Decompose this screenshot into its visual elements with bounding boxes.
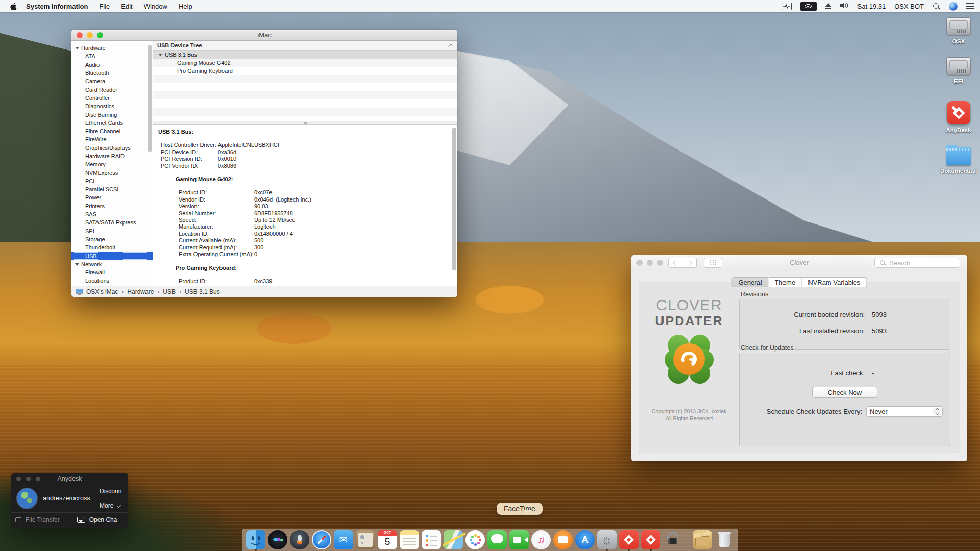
dock-icon[interactable] [685, 529, 690, 549]
desktop-icon-anydesk[interactable]: AnyDesk [939, 101, 978, 133]
breadcrumb-item[interactable]: OSX's iMac [86, 288, 118, 295]
tree-row-gaming-keyboard[interactable]: Pro Gaming Keyboard [153, 67, 457, 75]
close-button[interactable] [16, 477, 21, 481]
menu-file[interactable]: File [99, 3, 110, 10]
apple-menu-icon[interactable] [10, 3, 17, 10]
forward-button[interactable] [682, 258, 697, 268]
tab-general[interactable]: General [731, 277, 768, 287]
dock-icon[interactable] [509, 530, 529, 549]
sidebar-item[interactable]: Graphics/Displays [71, 144, 153, 152]
sidebar-item[interactable]: SPI [71, 227, 153, 235]
window-title-bar[interactable]: iMac [71, 30, 457, 41]
sidebar-item[interactable]: FireWire [71, 135, 153, 143]
check-now-button[interactable]: Check Now [812, 387, 877, 398]
tree-row-gaming-mouse[interactable]: Gaming Mouse G402 [153, 59, 457, 67]
sidebar-item[interactable]: Camera [71, 77, 153, 85]
desktop-icon-efi[interactable]: EFI [939, 57, 978, 84]
menu-bar-user[interactable]: OSX BOT [894, 3, 924, 10]
sidebar-item[interactable]: Power [71, 193, 153, 202]
sidebar-item[interactable]: Thunderbolt [71, 243, 153, 252]
dock-icon[interactable] [290, 530, 309, 549]
zoom-button[interactable] [36, 477, 40, 481]
dock-icon[interactable] [575, 530, 595, 549]
sidebar-item[interactable]: Parallel SCSI [71, 185, 153, 193]
breadcrumb-item[interactable]: USB 3.1 Bus [176, 288, 220, 295]
sidebar-item[interactable]: Hardware RAID [71, 152, 153, 160]
sidebar-item[interactable]: Firewall [71, 268, 153, 277]
dock-icon[interactable] [444, 530, 463, 549]
dock-icon[interactable] [641, 530, 660, 549]
sidebar-item[interactable]: Hardware [71, 44, 153, 52]
sidebar-item[interactable]: Diagnostics [71, 102, 153, 110]
open-chat-button[interactable]: Open Cha [89, 516, 117, 523]
dock-icon[interactable] [334, 530, 353, 549]
minimize-button[interactable] [87, 32, 93, 38]
notification-center-icon[interactable] [966, 3, 974, 9]
window-title-bar[interactable]: Anydesk [11, 473, 128, 484]
desktop-icon-dokumentasi[interactable]: Dokumentasi [939, 147, 978, 174]
prefs-search-field[interactable]: Search [874, 258, 960, 268]
dock-icon[interactable] [663, 530, 682, 549]
sidebar-item[interactable]: Memory [71, 160, 153, 168]
sidebar-item[interactable]: Ethernet Cards [71, 119, 153, 127]
sidebar-item[interactable]: Locations [71, 277, 153, 285]
dock-icon[interactable] [422, 530, 441, 549]
menu-bar-clock[interactable]: Sat 19.31 [857, 3, 886, 10]
detail-scrollbar[interactable] [452, 128, 456, 270]
activity-monitor-icon[interactable] [782, 3, 792, 10]
dock-icon[interactable] [531, 530, 551, 549]
schedule-dropdown[interactable]: Never [866, 406, 943, 417]
sidebar-item[interactable]: USB [71, 252, 153, 260]
sidebar-item[interactable]: NVMExpress [71, 168, 153, 177]
sidebar-item[interactable]: SAS [71, 210, 153, 218]
sidebar-item[interactable]: Card Reader [71, 85, 153, 93]
tab-theme[interactable]: Theme [769, 277, 802, 287]
sidebar-item[interactable]: Fibre Channel [71, 127, 153, 135]
disclosure-triangle-icon[interactable] [75, 263, 79, 268]
eject-icon[interactable] [825, 3, 831, 9]
back-button[interactable] [668, 258, 682, 268]
nvidia-gpu-icon[interactable] [800, 2, 817, 11]
sidebar-item[interactable]: Printers [71, 202, 153, 210]
pane-splitter[interactable] [153, 121, 457, 125]
sidebar-item[interactable]: Network [71, 260, 153, 268]
dock-icon[interactable] [356, 530, 375, 549]
dock-icon[interactable] [553, 530, 573, 549]
minimize-button[interactable] [26, 477, 31, 481]
tree-row-usb-bus[interactable]: USB 3.1 Bus [153, 51, 457, 59]
dock-icon[interactable] [312, 530, 331, 549]
sidebar-scrollbar[interactable] [148, 45, 152, 152]
disclosure-triangle-icon[interactable] [158, 54, 162, 58]
more-button[interactable]: More [96, 498, 128, 512]
dock-icon[interactable] [487, 530, 507, 549]
menu-edit[interactable]: Edit [121, 3, 132, 10]
close-button[interactable] [77, 32, 83, 38]
volume-icon[interactable] [840, 2, 849, 10]
sidebar-item[interactable]: SATA/SATA Express [71, 218, 153, 227]
close-button[interactable] [636, 260, 643, 266]
sidebar-item[interactable]: ATA [71, 52, 153, 60]
menu-window[interactable]: Window [144, 3, 167, 10]
tab-nvram-variables[interactable]: NVRam Variables [802, 277, 867, 287]
dock-icon[interactable] [465, 530, 485, 549]
sidebar-item[interactable]: Disc Burning [71, 110, 153, 118]
show-all-prefs-button[interactable] [704, 258, 722, 268]
file-transfer-button[interactable]: File Transfer [26, 516, 60, 523]
disclosure-triangle-icon[interactable] [75, 47, 79, 52]
desktop-icon-osx[interactable]: OSX [939, 17, 978, 44]
sidebar-item[interactable]: Bluetooth [71, 69, 153, 77]
dock-icon[interactable] [693, 530, 712, 549]
breadcrumb-item[interactable]: USB [154, 288, 176, 295]
sidebar-item[interactable]: Controller [71, 94, 153, 102]
zoom-button[interactable] [657, 260, 663, 266]
anydesk-globe-icon[interactable] [949, 2, 958, 11]
dock-icon[interactable] [378, 530, 397, 549]
dock-icon[interactable] [268, 530, 287, 549]
breadcrumb-item[interactable]: Hardware [118, 288, 154, 295]
dock-icon[interactable] [619, 530, 639, 549]
sidebar-item[interactable]: Storage [71, 235, 153, 243]
dock-icon[interactable] [246, 530, 265, 549]
minimize-button[interactable] [647, 260, 653, 266]
menu-help[interactable]: Help [179, 3, 192, 10]
sidebar-item[interactable]: PCI [71, 177, 153, 185]
